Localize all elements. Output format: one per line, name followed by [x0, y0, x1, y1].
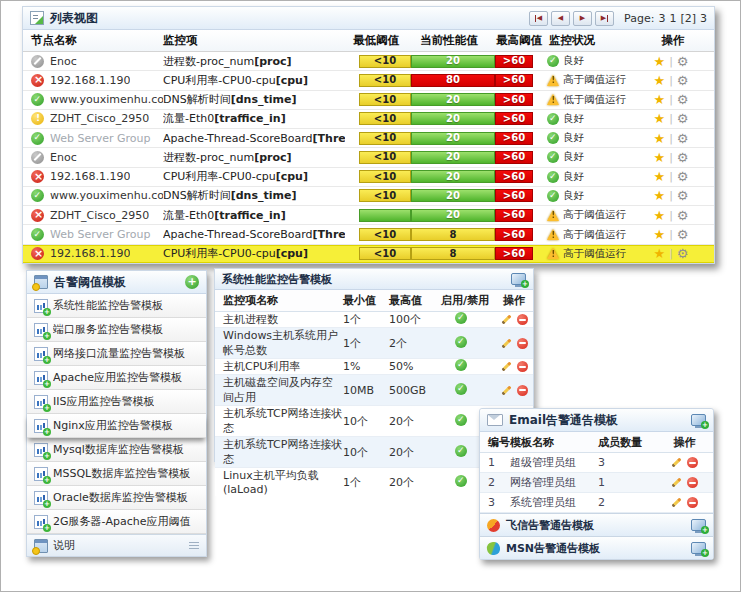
monitor-status-icon: [547, 190, 559, 202]
last-page-button[interactable]: [595, 11, 614, 26]
add-template-button[interactable]: [185, 275, 199, 289]
monitor-row[interactable]: Web Server Group Apache-Thread-ScoreBoar…: [23, 225, 714, 244]
node-name: Enoc: [50, 55, 77, 68]
alert-template-title: 告警阈值模板: [54, 274, 126, 291]
monitor-row[interactable]: ZDHT_Cisco_2950 流量-Eth0[traffice_in] 20 …: [23, 206, 714, 225]
settings-gear-icon[interactable]: [677, 209, 689, 222]
item-max-value: 500GB: [389, 384, 441, 397]
favorite-star-icon[interactable]: [653, 189, 665, 202]
favorite-star-icon[interactable]: [653, 228, 665, 241]
settings-gear-icon[interactable]: [677, 112, 689, 125]
settings-gear-icon[interactable]: [677, 189, 689, 202]
template-list-item[interactable]: Apache应用监控告警模板: [27, 366, 206, 390]
monitor-row[interactable]: 192.168.1.190 CPU利用率-CPU0-cpu[cpu] <10 2…: [23, 168, 714, 187]
delete-icon[interactable]: [687, 457, 698, 468]
template-list-item[interactable]: 网络接口流量监控告警模板: [27, 342, 206, 366]
add-notify-template-icon[interactable]: [691, 519, 706, 531]
page-link[interactable]: 1: [669, 12, 676, 25]
enabled-check-icon[interactable]: [455, 359, 467, 371]
page-link[interactable]: 3: [700, 12, 707, 25]
item-min-value: 1个: [343, 312, 389, 327]
edit-icon[interactable]: [672, 458, 682, 468]
enabled-check-icon[interactable]: [455, 312, 467, 324]
description-bar[interactable]: 说明: [27, 534, 206, 556]
monitor-row[interactable]: www.youximenhu.com DNS解析时间[dns_time] <10…: [23, 91, 714, 110]
template-list-item[interactable]: 系统性能监控告警模板: [27, 294, 206, 318]
page-link[interactable]: [2]: [680, 12, 696, 25]
template-name: 系统性能监控告警模板: [53, 298, 163, 313]
enabled-check-icon[interactable]: [455, 445, 467, 457]
monitor-row[interactable]: Enoc 进程数-proc_num[proc] <10 20 >60 良好: [23, 52, 714, 71]
template-list-item[interactable]: MSSQL数据库监控告警模板: [27, 462, 206, 486]
template-chart-icon: [34, 443, 48, 457]
node-status-icon: [31, 132, 44, 145]
notify-template-bar[interactable]: MSN告警通告模板: [480, 536, 713, 559]
notify-template-bar[interactable]: 飞信告警通告模板: [480, 513, 713, 536]
first-page-button[interactable]: [529, 11, 548, 26]
enabled-check-icon[interactable]: [455, 383, 467, 395]
prev-page-button[interactable]: [551, 11, 570, 26]
add-email-template-icon[interactable]: [691, 414, 706, 426]
edit-icon[interactable]: [501, 315, 511, 325]
group-member-count: 3: [598, 456, 656, 469]
enabled-check-icon[interactable]: [455, 414, 467, 426]
edit-icon[interactable]: [672, 478, 682, 488]
edit-icon[interactable]: [501, 385, 511, 395]
favorite-star-icon[interactable]: [653, 74, 665, 87]
current-value-segment: 20: [411, 93, 495, 106]
node-name: www.youximenhu.com: [50, 189, 163, 202]
favorite-star-icon[interactable]: [653, 132, 665, 145]
favorite-star-icon[interactable]: [653, 247, 665, 260]
performance-row: Windows主机系统用户帐号总数 1个 2个: [215, 328, 533, 359]
favorite-star-icon[interactable]: [653, 170, 665, 183]
delete-icon[interactable]: [517, 385, 528, 396]
item-min-value: 10MB: [343, 384, 389, 397]
monitor-row[interactable]: Enoc 进程数-proc_num[proc] <10 20 >60 良好: [23, 148, 714, 167]
favorite-star-icon[interactable]: [653, 112, 665, 125]
delete-icon[interactable]: [687, 497, 698, 508]
favorite-star-icon[interactable]: [653, 93, 665, 106]
template-list-item[interactable]: Nginx应用监控告警模板: [27, 414, 206, 438]
description-icon: [34, 539, 48, 553]
monitor-item-code: [dns_time]: [231, 93, 297, 106]
email-template-header[interactable]: Email告警通告模板: [480, 409, 713, 432]
enabled-check-icon[interactable]: [455, 336, 467, 348]
settings-gear-icon[interactable]: [677, 93, 689, 106]
monitor-row[interactable]: 192.168.1.190 CPU利用率-CPU0-cpu[cpu] <10 8…: [23, 71, 714, 90]
settings-gear-icon[interactable]: [677, 247, 689, 260]
delete-icon[interactable]: [687, 477, 698, 488]
favorite-star-icon[interactable]: [653, 151, 665, 164]
template-list-item[interactable]: Mysql数据库监控告警模板: [27, 438, 206, 462]
settings-gear-icon[interactable]: [677, 55, 689, 68]
enabled-check-icon[interactable]: [455, 475, 467, 487]
edit-icon[interactable]: [672, 498, 682, 508]
monitor-row[interactable]: ZDHT_Cisco_2950 流量-Eth0[traffice_in] <10…: [23, 110, 714, 129]
favorite-star-icon[interactable]: [653, 209, 665, 222]
edit-icon[interactable]: [501, 338, 511, 348]
node-name: 192.168.1.190: [50, 170, 130, 183]
group-name: 系统管理员组: [510, 495, 598, 510]
delete-icon[interactable]: [517, 361, 528, 372]
template-list-item[interactable]: IIS应用监控告警模板: [27, 390, 206, 414]
next-page-button[interactable]: [573, 11, 592, 26]
add-notify-template-icon[interactable]: [691, 542, 706, 554]
settings-gear-icon[interactable]: [677, 228, 689, 241]
settings-gear-icon[interactable]: [677, 151, 689, 164]
monitor-row[interactable]: www.youximenhu.com DNS解析时间[dns_time] <10…: [23, 187, 714, 206]
edit-icon[interactable]: [501, 362, 511, 372]
monitor-status-text: 良好: [563, 131, 584, 145]
settings-gear-icon[interactable]: [677, 74, 689, 87]
template-list-item[interactable]: Oracle数据库监控告警模板: [27, 486, 206, 510]
monitor-item-label: Apache-Thread-ScoreBoard: [163, 132, 313, 145]
monitor-row[interactable]: 192.168.1.190 CPU利用率-CPU0-cpu[cpu] <10 8…: [23, 245, 714, 263]
favorite-star-icon[interactable]: [653, 55, 665, 68]
settings-gear-icon[interactable]: [677, 170, 689, 183]
template-list-item[interactable]: 2G服务器-Apache应用阈值: [27, 510, 206, 534]
delete-icon[interactable]: [517, 338, 528, 349]
add-monitor-icon[interactable]: [511, 273, 526, 285]
template-list-item[interactable]: 端口服务监控告警模板: [27, 318, 206, 342]
settings-gear-icon[interactable]: [677, 132, 689, 145]
item-max-value: 20个: [389, 475, 441, 490]
monitor-row[interactable]: Web Server Group Apache-Thread-ScoreBoar…: [23, 129, 714, 148]
delete-icon[interactable]: [517, 314, 528, 325]
